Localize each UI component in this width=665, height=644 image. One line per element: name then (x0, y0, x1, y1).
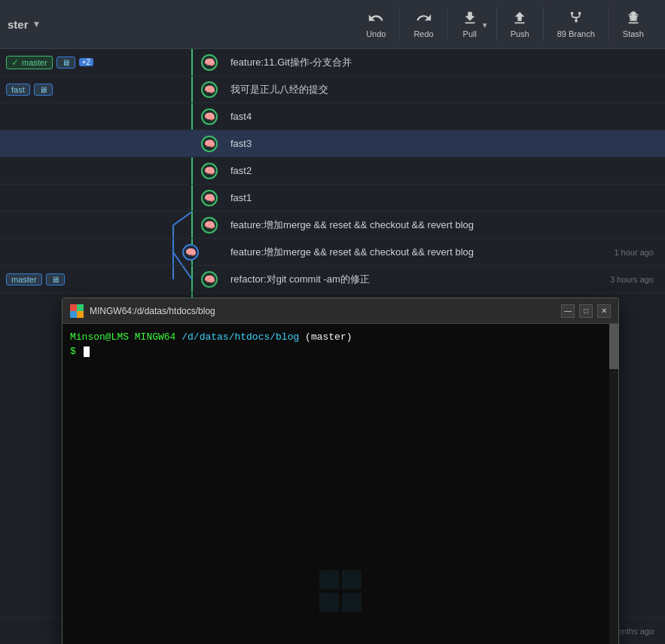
stash-button[interactable]: Stash (609, 6, 657, 42)
branch-labels (0, 212, 196, 238)
push-button[interactable]: Push (497, 6, 544, 42)
commit-message: 我可是正儿八经的提交 (223, 76, 582, 102)
commit-node: 🧠 (201, 81, 218, 98)
terminal-path: /d/datas/htdocs/blog (182, 331, 299, 343)
commit-row[interactable]: 🧠 fast4 (0, 103, 665, 130)
commit-row[interactable]: 🧠 fast2 (0, 157, 665, 185)
svg-rect-10 (342, 570, 361, 590)
svg-rect-5 (70, 304, 77, 311)
check-icon: ✓ (11, 57, 19, 68)
svg-rect-6 (77, 304, 84, 311)
branch-tag-monitor2[interactable]: 🖥 (34, 84, 53, 96)
branch-tag-monitor3[interactable]: 🖥 (46, 273, 65, 285)
pull-button[interactable]: Pull ▼ (448, 6, 497, 42)
terminal-window[interactable]: MINGW64:/d/datas/htdocs/blog — □ ✕ Minso… (62, 298, 619, 644)
commit-message: fast2 (223, 157, 582, 184)
terminal-scrollbar-thumb (609, 324, 618, 369)
commit-node: 🧠 (201, 217, 218, 233)
repo-dropdown-arrow[interactable]: ▼ (32, 19, 41, 29)
terminal-user: Minson@LMS MINGW64 (70, 331, 175, 343)
commit-node: 🧠 (201, 54, 218, 71)
commit-timestamp: 3 hours ago (582, 275, 665, 284)
terminal-maximize-button[interactable]: □ (579, 304, 593, 318)
commit-row[interactable]: fast 🖥 🧠 我可是正儿八经的提交 (0, 76, 665, 103)
commit-node: 🧠 (201, 271, 218, 288)
branch-labels: fast 🖥 (0, 76, 196, 102)
svg-rect-8 (77, 311, 84, 318)
plus-badge: +2 (79, 58, 93, 66)
pull-dropdown-arrow[interactable]: ▼ (480, 21, 489, 29)
branch-tag-master2[interactable]: master (6, 273, 42, 285)
commit-node: 🧠 (201, 108, 218, 125)
terminal-cursor (84, 346, 90, 357)
redo-icon (416, 10, 432, 26)
commit-message: fast4 (223, 103, 582, 130)
branch-tag-fast[interactable]: fast (6, 84, 30, 96)
terminal-title: MINGW64:/d/datas/htdocs/blog (90, 306, 555, 316)
undo-icon (368, 10, 384, 26)
branch-icon (568, 10, 584, 26)
undo-button[interactable]: Undo (352, 6, 400, 42)
terminal-dollar-prompt: $ (70, 346, 611, 357)
commit-node: 🧠 (201, 163, 218, 179)
mingw-logo-icon (70, 304, 84, 318)
commit-message: refactor:对git commit -am的修正 (223, 266, 582, 292)
terminal-body: Minson@LMS MINGW64 /d/datas/htdocs/blog … (63, 324, 618, 644)
commit-row[interactable]: 🧠 feature:增加merge && reset && checkout &… (0, 239, 665, 266)
svg-rect-7 (70, 311, 77, 318)
commit-row[interactable]: master 🖥 🧠 refactor:对git commit -am的修正 3… (0, 266, 665, 293)
svg-rect-11 (319, 593, 339, 612)
commit-message: fast1 (223, 185, 582, 211)
branch-button[interactable]: 89 Branch (544, 6, 609, 42)
branch-labels (0, 157, 196, 184)
toolbar-actions: Undo Redo Pull ▼ Push (352, 6, 657, 42)
commit-timestamp: 1 hour ago (582, 248, 665, 257)
terminal-prompt-line: Minson@LMS MINGW64 /d/datas/htdocs/blog … (70, 331, 611, 343)
toolbar: ster ▼ Undo Redo Pull ▼ (0, 0, 665, 49)
pull-icon (462, 10, 478, 26)
commit-message: feature:增加merge && reset && checkout && … (223, 212, 582, 238)
redo-button[interactable]: Redo (400, 6, 447, 42)
commit-row[interactable]: ✓ master 🖥 +2 🧠 feature:11.Git操作-分支合并 (0, 49, 665, 76)
commit-message: fast3 (223, 130, 582, 157)
terminal-scrollbar[interactable] (609, 324, 618, 644)
commit-node: 🧠 (201, 190, 218, 206)
commit-node: 🧠 (182, 244, 199, 261)
terminal-close-button[interactable]: ✕ (597, 304, 611, 318)
branch-tag-monitor[interactable]: 🖥 (56, 56, 75, 69)
commit-list: ✓ master 🖥 +2 🧠 feature:11.Git操作-分支合并 (0, 49, 665, 293)
svg-rect-9 (319, 570, 339, 590)
terminal-branch: (master) (305, 331, 352, 343)
windows-logo-icon (318, 569, 363, 617)
branch-labels: ✓ master 🖥 +2 (0, 49, 196, 75)
commit-row[interactable]: 🧠 fast3 (0, 130, 665, 157)
terminal-titlebar: MINGW64:/d/datas/htdocs/blog — □ ✕ (63, 298, 618, 324)
commit-row[interactable]: 🧠 fast1 (0, 185, 665, 212)
stash-icon (625, 10, 642, 26)
commit-message: feature:11.Git操作-分支合并 (223, 49, 582, 75)
branch-labels (0, 103, 196, 130)
terminal-minimize-button[interactable]: — (561, 304, 575, 318)
branch-labels (0, 185, 196, 211)
push-icon (511, 10, 528, 26)
repo-title: ster ▼ (8, 18, 41, 31)
svg-rect-12 (342, 593, 361, 612)
branch-labels (0, 130, 196, 157)
terminal-controls: — □ ✕ (561, 304, 611, 318)
commit-row[interactable]: 🧠 feature:增加merge && reset && checkout &… (0, 212, 665, 239)
commit-node: 🧠 (201, 136, 218, 152)
branch-labels: master 🖥 (0, 266, 196, 292)
graph-area: ✓ master 🖥 +2 🧠 feature:11.Git操作-分支合并 (0, 49, 665, 644)
commit-message: feature:增加merge && reset && checkout && … (223, 239, 582, 265)
branch-tag-master-checked[interactable]: ✓ master (6, 56, 53, 69)
branch-labels (0, 239, 196, 265)
